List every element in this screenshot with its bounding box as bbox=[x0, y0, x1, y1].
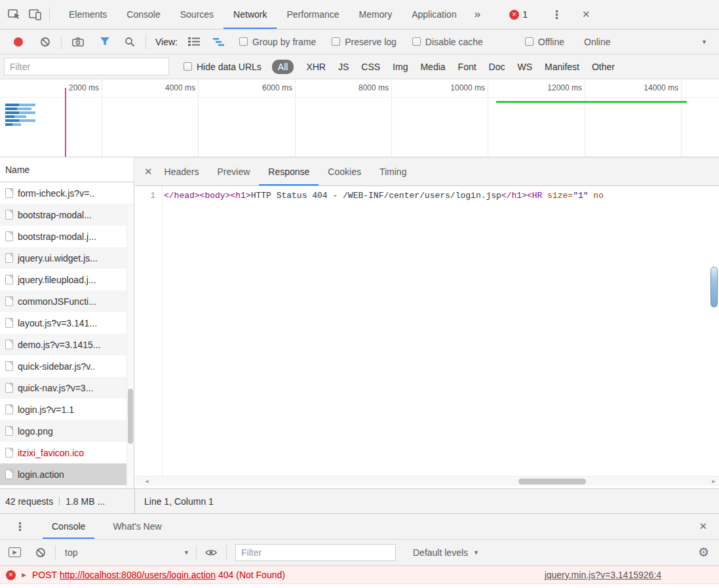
inspect-element-icon[interactable] bbox=[8, 9, 21, 20]
request-row[interactable]: demo.js?v=3.1415... bbox=[0, 334, 134, 355]
tab-console[interactable]: Console bbox=[117, 0, 170, 29]
request-row[interactable]: commonJSFuncti... bbox=[0, 290, 134, 312]
more-tabs-chevron-icon[interactable]: » bbox=[475, 8, 480, 21]
column-header-name[interactable]: Name bbox=[0, 157, 134, 182]
time-label: 8000 ms bbox=[328, 83, 389, 92]
filter-funnel-icon[interactable] bbox=[100, 37, 110, 47]
tab-sources[interactable]: Sources bbox=[170, 0, 223, 29]
capture-screenshots-icon[interactable] bbox=[72, 37, 84, 47]
group-by-frame-checkbox[interactable] bbox=[239, 37, 248, 46]
drawer-tab-console[interactable]: Console bbox=[43, 514, 94, 539]
preserve-log-label[interactable]: Preserve log bbox=[345, 37, 397, 47]
request-row[interactable]: jquery.ui.widget.js... bbox=[0, 247, 134, 269]
disable-cache-label[interactable]: Disable cache bbox=[425, 37, 483, 47]
response-viewer[interactable]: 1 </head><body><h1>HTTP Status 404 - /WE… bbox=[135, 186, 719, 488]
preserve-log-checkbox[interactable] bbox=[332, 37, 340, 46]
offline-label[interactable]: Offline bbox=[538, 37, 564, 47]
filter-type-ws[interactable]: WS bbox=[518, 62, 533, 72]
cursor-position-text: Line 1, Column 1 bbox=[144, 496, 214, 507]
detail-tab-timing[interactable]: Timing bbox=[370, 157, 416, 186]
error-count-badge[interactable]: ✕ 1 bbox=[509, 9, 528, 20]
error-method: POST bbox=[32, 570, 57, 580]
detail-tab-cookies[interactable]: Cookies bbox=[319, 157, 370, 186]
scrollbar-thumb[interactable] bbox=[128, 389, 133, 444]
context-selector[interactable]: top ▼ bbox=[65, 547, 189, 558]
hide-data-urls-label[interactable]: Hide data URLs bbox=[197, 62, 262, 72]
requests-scrollbar[interactable] bbox=[126, 207, 134, 488]
eye-icon[interactable] bbox=[205, 549, 217, 557]
drawer-tab-whats-new[interactable]: What's New bbox=[104, 514, 170, 539]
throttling-select[interactable]: Online bbox=[584, 37, 610, 47]
request-row[interactable]: quick-nav.js?v=3... bbox=[0, 377, 134, 399]
execution-context-icon[interactable]: ▶ bbox=[9, 547, 21, 557]
request-row[interactable]: form-icheck.js?v=.. bbox=[0, 182, 134, 204]
menu-dots-icon[interactable]: ⋮ bbox=[551, 8, 562, 22]
filter-type-css[interactable]: CSS bbox=[361, 62, 380, 72]
filter-type-img[interactable]: Img bbox=[393, 62, 408, 72]
show-overview-icon[interactable] bbox=[213, 37, 225, 47]
request-row[interactable]: jquery.fileupload.j... bbox=[0, 269, 134, 290]
tab-network[interactable]: Network bbox=[223, 0, 277, 29]
device-toolbar-icon[interactable] bbox=[29, 9, 42, 20]
console-filter-input[interactable] bbox=[235, 544, 396, 561]
expand-triangle-icon[interactable]: ▶ bbox=[22, 572, 26, 578]
filter-type-manifest[interactable]: Manifest bbox=[545, 62, 579, 72]
request-name: login.action bbox=[18, 469, 64, 480]
clear-console-icon[interactable] bbox=[35, 547, 46, 558]
offline-checkbox[interactable] bbox=[525, 37, 534, 46]
console-error-message[interactable]: ✕ ▶ POST http://localhost:8080/users/log… bbox=[0, 566, 719, 584]
scrollbar-thumb[interactable] bbox=[518, 479, 586, 484]
request-row-selected[interactable]: login.action bbox=[0, 463, 134, 485]
request-row[interactable]: login.js?v=1.1 bbox=[0, 399, 134, 420]
request-row[interactable]: bootstrap-modal.j... bbox=[0, 225, 134, 247]
clear-icon[interactable] bbox=[40, 37, 50, 47]
filter-type-all[interactable]: All bbox=[272, 60, 294, 74]
scroll-left-icon[interactable]: ◄ bbox=[144, 479, 149, 484]
detail-tab-headers[interactable]: Headers bbox=[155, 157, 208, 186]
tab-elements[interactable]: Elements bbox=[59, 0, 117, 29]
response-code-line[interactable]: </head><body><h1>HTTP Status 404 - /WEB-… bbox=[164, 191, 710, 201]
log-levels-caret-icon[interactable]: ▼ bbox=[473, 549, 479, 556]
search-icon[interactable] bbox=[125, 37, 135, 47]
log-levels-select[interactable]: Default levels bbox=[413, 547, 468, 558]
small-rows-view-icon[interactable] bbox=[188, 37, 200, 47]
throttling-caret-icon[interactable]: ▼ bbox=[701, 39, 707, 45]
separator bbox=[61, 35, 62, 49]
request-row[interactable]: layout.js?v=3.141... bbox=[0, 312, 134, 334]
gridline bbox=[681, 79, 682, 157]
close-detail-icon[interactable]: ✕ bbox=[144, 166, 153, 178]
error-url-link[interactable]: http://localhost:8080/users/login.action bbox=[60, 570, 216, 580]
request-row[interactable]: bootstrap-modal... bbox=[0, 204, 134, 225]
group-by-frame-label[interactable]: Group by frame bbox=[252, 37, 316, 47]
request-row[interactable]: logo.png bbox=[0, 420, 134, 442]
detail-tab-preview[interactable]: Preview bbox=[208, 157, 260, 186]
context-label: top bbox=[65, 547, 77, 558]
vertical-scrollbar-thumb[interactable] bbox=[710, 267, 718, 307]
hide-data-urls-checkbox[interactable] bbox=[184, 62, 192, 71]
error-source-link[interactable]: jquery.min.js?v=3.1415926:4 bbox=[545, 570, 661, 580]
request-row[interactable]: quick-sidebar.js?v.. bbox=[0, 355, 134, 377]
time-label: 14000 ms bbox=[618, 83, 678, 92]
filter-type-font[interactable]: Font bbox=[458, 62, 476, 72]
filter-type-other[interactable]: Other bbox=[592, 62, 615, 72]
filter-type-media[interactable]: Media bbox=[420, 62, 445, 72]
filter-type-doc[interactable]: Doc bbox=[489, 62, 505, 72]
record-button[interactable] bbox=[14, 37, 23, 47]
network-filter-input[interactable] bbox=[4, 58, 169, 75]
console-settings-gear-icon[interactable]: ⚙ bbox=[698, 545, 709, 560]
scroll-right-icon[interactable]: ► bbox=[711, 479, 716, 484]
disable-cache-checkbox[interactable] bbox=[412, 37, 421, 46]
horizontal-scrollbar[interactable]: ◄ ► bbox=[135, 476, 719, 486]
filter-type-xhr[interactable]: XHR bbox=[306, 62, 326, 72]
network-overview[interactable]: 2000 ms 4000 ms 6000 ms 8000 ms 10000 ms… bbox=[0, 79, 719, 157]
drawer-menu-dots-icon[interactable]: ⋮ bbox=[14, 520, 26, 534]
close-devtools-icon[interactable]: ✕ bbox=[582, 9, 591, 20]
code-token-value: "1" bbox=[573, 191, 588, 201]
tab-memory[interactable]: Memory bbox=[349, 0, 402, 29]
tab-performance[interactable]: Performance bbox=[277, 0, 349, 29]
filter-type-js[interactable]: JS bbox=[338, 62, 349, 72]
close-drawer-icon[interactable]: ✕ bbox=[699, 520, 707, 532]
request-row-error[interactable]: itzixi_favicon.ico bbox=[0, 442, 134, 463]
tab-application[interactable]: Application bbox=[402, 0, 467, 29]
detail-tab-response[interactable]: Response bbox=[259, 157, 319, 186]
